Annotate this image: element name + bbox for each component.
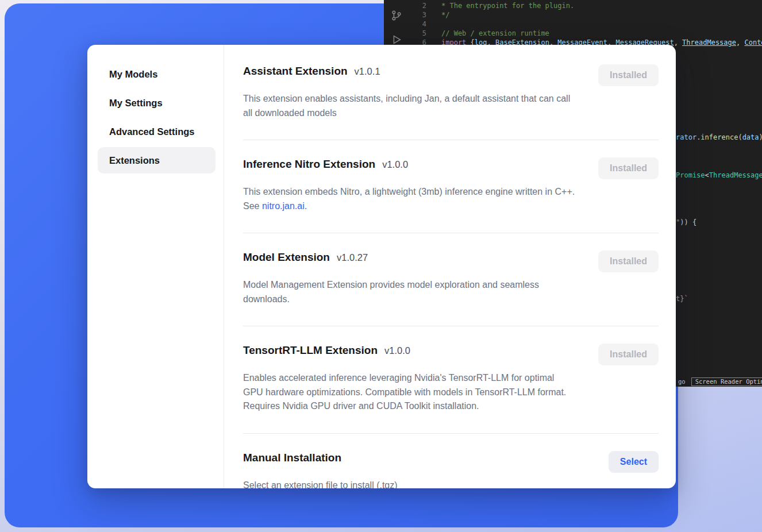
- extension-section-model: Model Extension v1.0.27 Installed Model …: [243, 233, 659, 326]
- code-fragment: t}`: [676, 294, 688, 303]
- code-text: * The entrypoint for the plugin.: [441, 1, 574, 10]
- installed-button[interactable]: Installed: [598, 64, 659, 86]
- code-line: 4: [409, 20, 762, 29]
- installed-button[interactable]: Installed: [598, 344, 659, 365]
- code-text: */: [441, 10, 449, 20]
- code-fragment: rator.inference(data));: [676, 133, 762, 142]
- settings-sidebar: My Models My Settings Advanced Settings …: [87, 45, 224, 488]
- extension-title: Inference Nitro Extension: [243, 157, 375, 171]
- line-number: 2: [409, 1, 426, 10]
- extension-section-inference-nitro: Inference Nitro Extension v1.0.0 Install…: [243, 140, 659, 233]
- code-line: 5 // Web / extension runtime: [409, 29, 762, 38]
- installed-button[interactable]: Installed: [598, 157, 659, 179]
- source-control-icon[interactable]: [390, 9, 403, 22]
- run-debug-icon[interactable]: [390, 33, 403, 46]
- extension-description: Model Management Extension provides mode…: [243, 278, 576, 306]
- manual-installation-section: Manual Installation Select Select an ext…: [243, 434, 659, 489]
- extensions-panel: Assistant Extension v1.0.1 Installed Thi…: [224, 45, 676, 488]
- extension-version: v1.0.0: [384, 345, 410, 356]
- extension-version: v1.0.1: [355, 66, 380, 77]
- manual-installation-title: Manual Installation: [243, 451, 341, 465]
- extension-description: This extension embeds Nitro, a lightweig…: [243, 185, 576, 213]
- manual-installation-description: Select an extension file to install (.tg…: [243, 479, 576, 489]
- sidebar-item-extensions[interactable]: Extensions: [98, 147, 215, 174]
- code-line: 3 */: [409, 10, 762, 20]
- code-area: 2 * The entrypoint for the plugin. 3 */ …: [409, 1, 762, 47]
- extension-title: Model Extension: [243, 250, 330, 264]
- sidebar-item-my-settings[interactable]: My Settings: [98, 90, 215, 116]
- code-fragment: ")) {: [676, 218, 696, 227]
- desktop-background: 2 * The entrypoint for the plugin. 3 */ …: [0, 0, 762, 532]
- code-fragment: Promise<ThreadMessage>: [676, 171, 762, 180]
- settings-modal: My Models My Settings Advanced Settings …: [87, 45, 676, 488]
- status-screen-reader[interactable]: Screen Reader Optimized: [691, 377, 762, 386]
- code-text: // Web / extension runtime: [441, 29, 549, 38]
- select-file-button[interactable]: Select: [609, 451, 659, 473]
- extension-section-assistant: Assistant Extension v1.0.1 Installed Thi…: [243, 45, 659, 140]
- extension-version: v1.0.27: [337, 252, 368, 263]
- line-number: 3: [409, 10, 426, 20]
- sidebar-item-advanced-settings[interactable]: Advanced Settings: [98, 118, 215, 145]
- nitro-jan-ai-link[interactable]: nitro.jan.ai.: [262, 201, 307, 211]
- extension-version: v1.0.0: [382, 159, 408, 170]
- line-number: 5: [409, 29, 426, 38]
- extension-title: TensortRT-LLM Extension: [243, 344, 378, 357]
- installed-button[interactable]: Installed: [598, 250, 659, 272]
- extension-description: Enables accelerated inference leveraging…: [243, 371, 576, 414]
- status-language[interactable]: go: [678, 378, 686, 385]
- extension-title: Assistant Extension: [243, 64, 348, 78]
- extension-section-tensorrt-llm: TensortRT-LLM Extension v1.0.0 Installed…: [243, 326, 659, 434]
- sidebar-item-my-models[interactable]: My Models: [98, 61, 215, 87]
- code-line: 2 * The entrypoint for the plugin.: [409, 1, 762, 10]
- line-number: 4: [409, 20, 426, 29]
- extension-description: This extension enables assistants, inclu…: [243, 92, 576, 120]
